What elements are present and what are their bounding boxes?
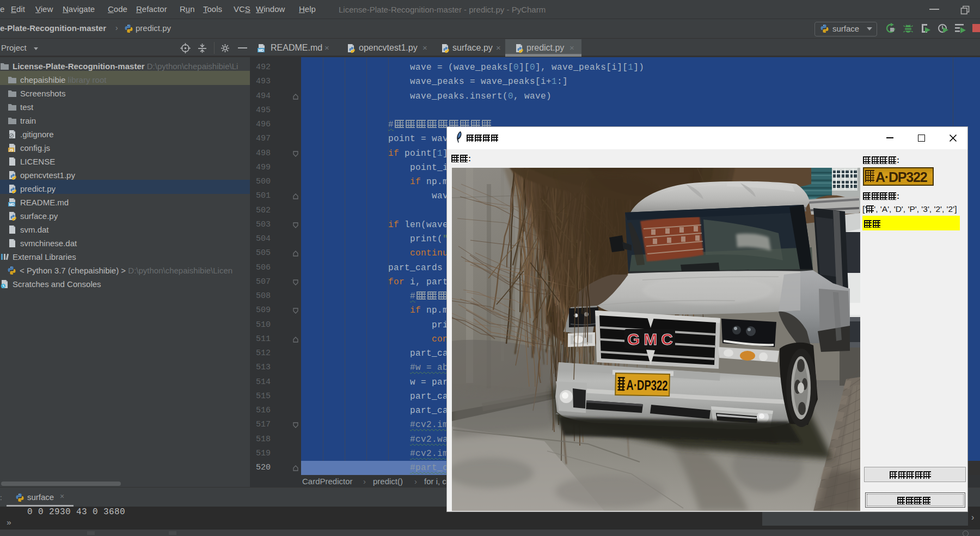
svg-text:GMC: GMC: [627, 330, 673, 348]
svg-text:A·DP322: A·DP322: [626, 376, 668, 394]
